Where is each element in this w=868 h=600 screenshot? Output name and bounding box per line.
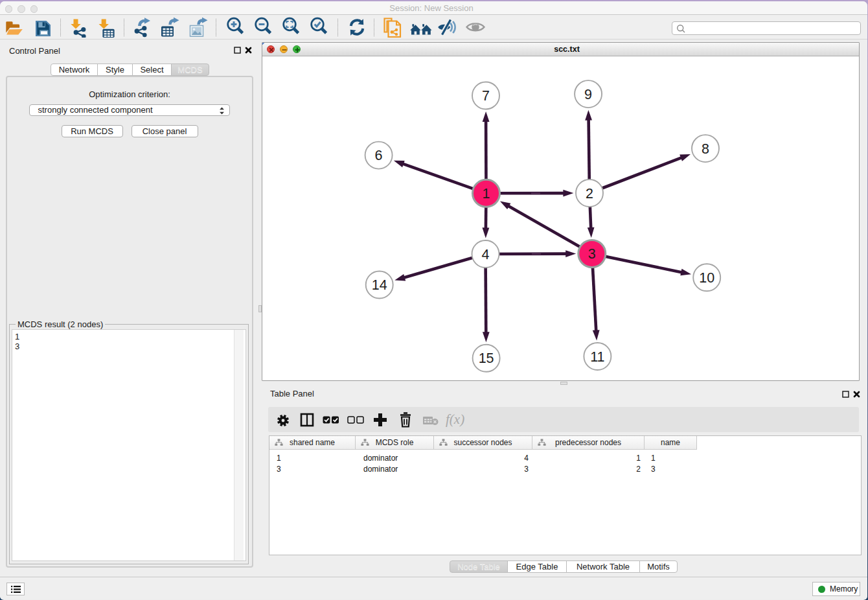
svg-text:3: 3: [588, 246, 596, 262]
svg-text:9: 9: [584, 87, 592, 102]
svg-text:11: 11: [590, 349, 604, 365]
svg-text:4: 4: [482, 247, 490, 262]
svg-text:6: 6: [375, 148, 383, 163]
svg-text:14: 14: [372, 277, 387, 293]
svg-text:7: 7: [482, 88, 490, 104]
svg-text:1: 1: [483, 186, 490, 202]
svg-text:10: 10: [699, 270, 714, 286]
svg-text:8: 8: [702, 141, 709, 157]
svg-text:15: 15: [479, 351, 494, 366]
svg-text:2: 2: [586, 186, 593, 202]
